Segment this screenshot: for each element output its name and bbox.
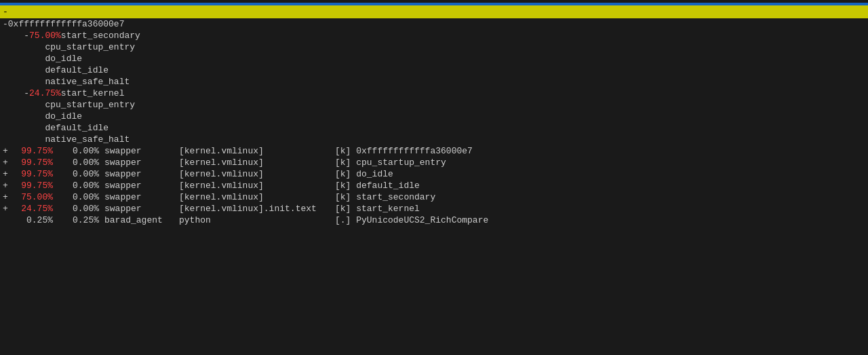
tree-row[interactable]: default_idle xyxy=(0,122,868,134)
row-self: 0.00% xyxy=(57,146,104,156)
row-shared: [kernel.vmlinux] xyxy=(179,169,335,179)
row-children: 99.75% xyxy=(12,146,57,156)
tree-row[interactable]: - 75.00% start_secondary xyxy=(0,30,868,41)
tree-text: cpu_startup_entry xyxy=(45,100,135,110)
tree-row[interactable]: cpu_startup_entry xyxy=(0,99,868,111)
data-row[interactable]: + 99.75% 0.00% swapper [kernel.vmlinux] … xyxy=(0,145,868,157)
row-shared: python xyxy=(179,215,335,225)
row-plus: + xyxy=(3,204,12,214)
row-children: 99.75% xyxy=(12,169,57,179)
tree-row[interactable]: do_idle xyxy=(0,53,868,64)
highlighted-shared xyxy=(179,7,335,17)
tree-indent xyxy=(3,100,45,110)
row-self: 0.00% xyxy=(57,204,104,214)
highlighted-command xyxy=(104,7,179,17)
tree-row[interactable]: - 0xffffffffffffa36000e7 xyxy=(0,18,868,30)
tree-row[interactable]: default_idle xyxy=(0,64,868,76)
row-shared: [kernel.vmlinux] xyxy=(179,192,335,202)
row-shared: [kernel.vmlinux].init.text xyxy=(179,204,335,214)
row-symbol: [k] default_idle xyxy=(335,181,865,191)
row-symbol: [k] cpu_startup_entry xyxy=(335,157,865,168)
row-plus: + xyxy=(3,157,12,168)
row-children: 24.75% xyxy=(12,204,57,214)
row-children: 99.75% xyxy=(12,181,57,191)
tree-indent xyxy=(3,54,45,64)
tree-row[interactable]: - 24.75% start_kernel xyxy=(0,88,868,99)
row-command: swapper xyxy=(104,157,179,168)
row-shared: [kernel.vmlinux] xyxy=(179,181,335,191)
tree-percent: 75.00% xyxy=(29,31,61,41)
row-symbol: [k] do_idle xyxy=(335,169,865,179)
tree-label: start_secondary xyxy=(61,31,140,41)
row-self: 0.00% xyxy=(57,169,104,179)
row-command: swapper xyxy=(104,204,179,214)
row-shared: [kernel.vmlinux] xyxy=(179,146,335,156)
tree-row[interactable]: native_safe_halt xyxy=(0,134,868,145)
data-row[interactable]: 0.25% 0.25% barad_agent python [.] PyUni… xyxy=(0,214,868,226)
tree-row[interactable]: native_safe_halt xyxy=(0,76,868,88)
row-plus: + xyxy=(3,192,12,202)
highlighted-row[interactable]: - xyxy=(0,5,868,18)
tree-prefix: - xyxy=(24,31,29,41)
tree-indent xyxy=(3,42,45,52)
row-self: 0.00% xyxy=(57,192,104,202)
tree-percent: 24.75% xyxy=(29,88,61,98)
data-row[interactable]: + 99.75% 0.00% swapper [kernel.vmlinux] … xyxy=(0,180,868,191)
row-symbol: [k] 0xffffffffffffa36000e7 xyxy=(335,146,865,156)
tree-text: do_idle xyxy=(45,111,82,122)
row-self: 0.25% xyxy=(57,215,104,225)
tree-text: native_safe_halt xyxy=(45,77,130,87)
tree-prefix: - xyxy=(24,88,29,98)
row-shared: [kernel.vmlinux] xyxy=(179,157,335,168)
row-self: 0.00% xyxy=(57,157,104,168)
row-command: swapper xyxy=(104,169,179,179)
row-command: swapper xyxy=(104,192,179,202)
tree-row[interactable]: do_idle xyxy=(0,111,868,122)
row-children: 75.00% xyxy=(12,192,57,202)
tree-indent xyxy=(3,123,45,133)
tree-text: do_idle xyxy=(45,54,82,64)
tree-text: default_idle xyxy=(45,65,108,75)
row-symbol: [k] start_secondary xyxy=(335,192,865,202)
tree-row[interactable]: cpu_startup_entry xyxy=(0,41,868,53)
data-row[interactable]: + 75.00% 0.00% swapper [kernel.vmlinux] … xyxy=(0,191,868,203)
highlighted-self xyxy=(57,7,104,17)
row-command: swapper xyxy=(104,181,179,191)
tree-indent xyxy=(3,88,24,98)
data-rows-container: + 99.75% 0.00% swapper [kernel.vmlinux] … xyxy=(0,145,868,226)
data-row[interactable]: + 99.75% 0.00% swapper [kernel.vmlinux] … xyxy=(0,168,868,180)
tree-label: start_kernel xyxy=(61,88,125,98)
tree-indent xyxy=(3,65,45,75)
content: - 0xffffffffffffa36000e7 - 75.00% start_… xyxy=(0,18,868,145)
row-plus: + xyxy=(3,146,12,156)
row-plus: + xyxy=(3,169,12,179)
row-symbol: [.] PyUnicodeUCS2_RichCompare xyxy=(335,215,865,225)
tree-text: cpu_startup_entry xyxy=(45,42,135,52)
tree-text: native_safe_halt xyxy=(45,134,130,145)
row-symbol: [k] start_kernel xyxy=(335,204,865,214)
tree-indent xyxy=(3,77,45,87)
row-command: swapper xyxy=(104,146,179,156)
tree-prefix: - xyxy=(3,19,8,29)
row-plus: + xyxy=(3,181,12,191)
tree-text: default_idle xyxy=(45,123,108,133)
row-command: barad_agent xyxy=(104,215,179,225)
data-row[interactable]: + 24.75% 0.00% swapper [kernel.vmlinux].… xyxy=(0,203,868,214)
tree-address: 0xffffffffffffa36000e7 xyxy=(8,19,125,29)
highlighted-symbol xyxy=(335,7,865,17)
row-children: 0.25% xyxy=(12,215,57,225)
tree-indent xyxy=(3,134,45,145)
highlighted-prefix: - xyxy=(3,7,12,17)
data-row[interactable]: + 99.75% 0.00% swapper [kernel.vmlinux] … xyxy=(0,157,868,168)
tree-indent xyxy=(3,31,24,41)
row-self: 0.00% xyxy=(57,181,104,191)
row-children: 99.75% xyxy=(12,157,57,168)
highlighted-children xyxy=(12,7,57,17)
tree-indent xyxy=(3,111,45,122)
